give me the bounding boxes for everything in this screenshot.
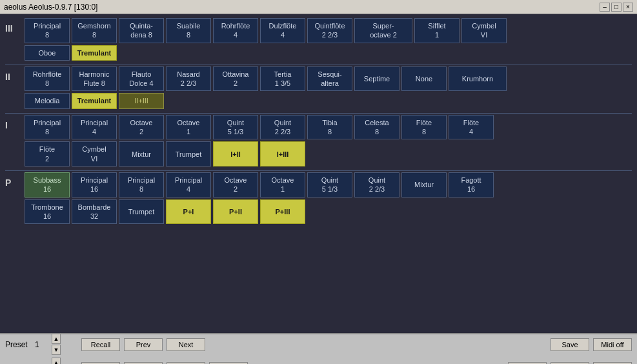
store-button[interactable]: Store <box>81 362 120 365</box>
delete-button[interactable]: Delete <box>167 362 205 365</box>
p-fagott-16[interactable]: Fagott16 <box>449 172 494 197</box>
audio-button[interactable]: Audio <box>551 362 589 365</box>
insert-button[interactable]: Insert <box>124 362 163 365</box>
iii-quintflote-223[interactable]: Quintflöte2 2/3 <box>307 18 352 43</box>
i-tibia-8[interactable]: Tibia8 <box>307 115 352 140</box>
iii-gemshorn-8[interactable]: Gemshorn8 <box>72 18 117 43</box>
p-subbass-16[interactable]: Subbass16 <box>25 172 70 197</box>
next-button[interactable]: Next <box>167 338 205 351</box>
i-trumpet[interactable]: Trumpet <box>166 141 211 167</box>
p-octave-2[interactable]: Octave2 <box>213 172 258 197</box>
iii-rohrflote-4[interactable]: Rohrflöte4 <box>213 18 258 43</box>
ii-ottavina-2[interactable]: Ottavina2 <box>213 66 258 92</box>
title-bar: aeolus Aeolus-0.9.7 [130:0] – □ × <box>0 0 637 14</box>
p-quint-223[interactable]: Quint2 2/3 <box>354 172 399 197</box>
ii-krumhorn[interactable]: Krumhorn <box>449 66 507 92</box>
I-buttons: Principal8 Principal4 Octave2 Octave1 Qu… <box>25 115 632 140</box>
ii-nasard-223[interactable]: Nasard2 2/3 <box>166 66 211 92</box>
iii-quintadena-8[interactable]: Quinta-dena 8 <box>119 18 164 43</box>
ii-tremulant[interactable]: Tremulant <box>72 93 117 108</box>
i-mixtur[interactable]: Mixtur <box>119 141 164 167</box>
midi-off-button[interactable]: Midi off <box>593 338 632 351</box>
II-buttons: Rohrflöte8 HarmonicFlute 8 FlautoDolce 4… <box>25 66 632 92</box>
ii-harmonic-flute-8[interactable]: HarmonicFlute 8 <box>72 66 117 92</box>
ii-sesquialtera[interactable]: Sesqui-altera <box>307 66 352 92</box>
iii-dulzflote-4[interactable]: Dulzflöte4 <box>260 18 305 43</box>
sep-iii-ii <box>5 65 632 65</box>
preset-label: Preset <box>5 340 31 349</box>
recall-button[interactable]: Recall <box>81 338 120 351</box>
bottom-row-1: Preset 1 ▲ ▼ Recall Prev Next Save Midi … <box>5 334 632 355</box>
i-celesta-8[interactable]: Celesta8 <box>354 115 399 140</box>
prev-button[interactable]: Prev <box>124 338 163 351</box>
II-sub-buttons: Melodia Tremulant II+III <box>25 93 632 108</box>
iii-oboe[interactable]: Oboe <box>25 45 70 61</box>
row-label-P: P <box>5 172 25 188</box>
iii-cymbel-vi[interactable]: CymbelVI <box>461 18 507 43</box>
p-bombarde-32[interactable]: Bombarde32 <box>72 199 117 225</box>
row-II: II Rohrflöte8 HarmonicFlute 8 FlautoDolc… <box>5 66 632 109</box>
window-controls: – □ × <box>600 3 633 12</box>
i-i-ii[interactable]: I+II <box>213 141 258 167</box>
row-I: I Principal8 Principal4 Octave2 Octave1 … <box>5 115 632 167</box>
ii-melodia[interactable]: Melodia <box>25 93 70 108</box>
p-octave-1[interactable]: Octave1 <box>260 172 305 197</box>
p-p-i[interactable]: P+I <box>166 199 211 225</box>
midi-button[interactable]: Midi <box>593 362 632 365</box>
close-button[interactable]: × <box>623 3 633 12</box>
p-quint-513[interactable]: Quint5 1/3 <box>307 172 352 197</box>
i-octave-1[interactable]: Octave1 <box>166 115 211 140</box>
iii-principal-8[interactable]: Principal8 <box>25 18 70 43</box>
ii-septime[interactable]: Septime <box>354 66 399 92</box>
preset-down-button[interactable]: ▼ <box>52 345 61 355</box>
save-button[interactable]: Save <box>551 338 589 351</box>
p-principal-4[interactable]: Principal4 <box>166 172 211 197</box>
row-label-II: II <box>5 66 25 82</box>
i-quint-223[interactable]: Quint2 2/3 <box>260 115 305 140</box>
iii-suabile-8[interactable]: Suabile8 <box>166 18 211 43</box>
p-trombone-16[interactable]: Trombone16 <box>25 199 70 225</box>
i-flote-4[interactable]: Flöte4 <box>449 115 494 140</box>
P-buttons: Subbass16 Principal16 Principal8 Princip… <box>25 172 632 197</box>
i-flote-8[interactable]: Flöte8 <box>401 115 447 140</box>
ii-none[interactable]: None <box>401 66 447 92</box>
iii-superoctave-2[interactable]: Super-octave 2 <box>354 18 412 43</box>
maximize-button[interactable]: □ <box>611 3 622 12</box>
row-label-I: I <box>5 115 25 130</box>
III-buttons: Principal8 Gemshorn8 Quinta-dena 8 Suabi… <box>25 18 632 43</box>
i-i-iii[interactable]: I+III <box>260 141 305 167</box>
preset-up-button[interactable]: ▲ <box>52 334 61 344</box>
III-sub-buttons: Oboe Tremulant <box>25 45 632 61</box>
ii-ii-iii[interactable]: II+III <box>119 93 164 108</box>
row-label-III: III <box>5 18 25 34</box>
i-flote-2[interactable]: Flöte2 <box>25 141 70 167</box>
minimize-button[interactable]: – <box>600 3 610 12</box>
bank-up-button[interactable]: ▲ <box>52 358 61 364</box>
p-p-ii[interactable]: P+II <box>213 199 258 225</box>
cancel-button[interactable]: Cancel <box>209 362 248 365</box>
i-octave-2[interactable]: Octave2 <box>119 115 164 140</box>
title-text: aeolus Aeolus-0.9.7 [130:0] <box>4 3 97 12</box>
ii-tertia-135[interactable]: Tertia1 3/5 <box>260 66 305 92</box>
i-principal-4[interactable]: Principal4 <box>72 115 117 140</box>
ii-rohrflote-8[interactable]: Rohrflöte8 <box>25 66 70 92</box>
iii-tremulant[interactable]: Tremulant <box>72 45 117 61</box>
instrum-button[interactable]: Instrum <box>508 362 547 365</box>
iii-sifflet-1[interactable]: Sifflet1 <box>414 18 460 43</box>
bottom-bar: Preset 1 ▲ ▼ Recall Prev Next Save Midi … <box>0 333 637 364</box>
ii-flauto-dolce-4[interactable]: FlautoDolce 4 <box>119 66 164 92</box>
bottom-row-2: Bank 1 ▲ ▼ Store Insert Delete Cancel In… <box>5 358 632 364</box>
p-principal-16[interactable]: Principal16 <box>72 172 117 197</box>
p-trumpet[interactable]: Trumpet <box>119 199 164 225</box>
i-quint-513[interactable]: Quint5 1/3 <box>213 115 258 140</box>
P-sub-buttons: Trombone16 Bombarde32 Trumpet P+I P+II P… <box>25 199 632 225</box>
preset-num: 1 <box>35 340 48 349</box>
p-p-iii[interactable]: P+III <box>260 199 305 225</box>
p-principal-8[interactable]: Principal8 <box>119 172 164 197</box>
main-area: III Principal8 Gemshorn8 Quinta-dena 8 S… <box>0 14 637 333</box>
row-P: P Subbass16 Principal16 Principal8 Princ… <box>5 172 632 224</box>
i-principal-8[interactable]: Principal8 <box>25 115 70 140</box>
sep-i-p <box>5 170 632 171</box>
i-cymbel-vi[interactable]: CymbelVI <box>72 141 117 167</box>
p-mixtur[interactable]: Mixtur <box>401 172 447 197</box>
